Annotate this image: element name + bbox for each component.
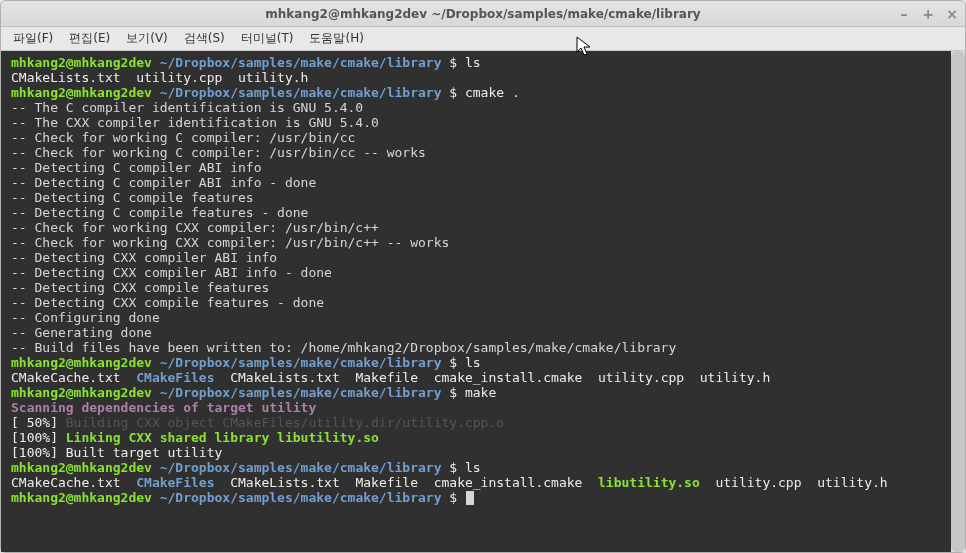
menu-help[interactable]: 도움말(H) (303, 28, 369, 49)
cmake-line: -- Check for working CXX compiler: /usr/… (11, 235, 449, 250)
prompt-sep: $ (441, 460, 464, 475)
prompt-sep: $ (441, 385, 464, 400)
cmake-line: -- Configuring done (11, 310, 160, 325)
make-100a-body: Linking CXX shared library libutility.so (66, 430, 379, 445)
cmake-line: -- The CXX compiler identification is GN… (11, 115, 379, 130)
terminal-cursor (466, 491, 474, 505)
terminal-area[interactable]: mhkang2@mhkang2dev ~/Dropbox/samples/mak… (1, 51, 951, 552)
cmake-line: -- Detecting CXX compile features - done (11, 295, 324, 310)
prompt-sep: $ (441, 355, 464, 370)
terminal-area-wrap: mhkang2@mhkang2dev ~/Dropbox/samples/mak… (1, 51, 965, 552)
cmd-cmake: cmake . (465, 85, 520, 100)
cmake-line: -- Detecting C compiler ABI info (11, 160, 261, 175)
cmake-line: -- Detecting CXX compile features (11, 280, 269, 295)
cmd-make: make (465, 385, 496, 400)
prompt-path: ~/Dropbox/samples/make/cmake/library (160, 85, 442, 100)
close-button[interactable]: × (945, 7, 959, 21)
prompt-sep: $ (441, 85, 464, 100)
prompt-path: ~/Dropbox/samples/make/cmake/library (160, 55, 442, 70)
scrollbar-thumb[interactable] (951, 51, 965, 552)
menu-file[interactable]: 파일(F) (7, 28, 59, 49)
window-title: mhkang2@mhkang2dev ~/Dropbox/samples/mak… (265, 7, 700, 21)
ls3-pre: CMakeCache.txt (11, 475, 136, 490)
maximize-button[interactable]: + (921, 7, 935, 21)
terminal-window: mhkang2@mhkang2dev ~/Dropbox/samples/mak… (0, 0, 966, 553)
menubar: 파일(F) 편집(E) 보기(V) 검색(S) 터미널(T) 도움말(H) (1, 27, 965, 51)
ls3-dir: CMakeFiles (136, 475, 214, 490)
prompt-user: mhkang2@mhkang2dev (11, 460, 152, 475)
prompt-path: ~/Dropbox/samples/make/cmake/library (160, 460, 442, 475)
prompt-user: mhkang2@mhkang2dev (11, 385, 152, 400)
make-100b: [100%] Built target utility (11, 445, 222, 460)
menu-terminal[interactable]: 터미널(T) (235, 28, 300, 49)
cmake-line: -- Check for working CXX compiler: /usr/… (11, 220, 379, 235)
make-50-pfx: [ 50%] (11, 415, 66, 430)
prompt-path: ~/Dropbox/samples/make/cmake/library (160, 490, 442, 505)
ls3-post: utility.cpp utility.h (700, 475, 888, 490)
ls3-mid: CMakeLists.txt Makefile cmake_install.cm… (215, 475, 599, 490)
cmake-line: -- Check for working C compiler: /usr/bi… (11, 130, 355, 145)
menu-view[interactable]: 보기(V) (120, 28, 174, 49)
cmake-line: -- Detecting C compiler ABI info - done (11, 175, 316, 190)
cmd-ls2: ls (465, 355, 481, 370)
cmake-line: -- Check for working C compiler: /usr/bi… (11, 145, 426, 160)
ls2-pre: CMakeCache.txt (11, 370, 136, 385)
cmake-line: -- Build files have been written to: /ho… (11, 340, 676, 355)
menu-search[interactable]: 검색(S) (178, 28, 231, 49)
cmake-line: -- Detecting C compile features - done (11, 205, 308, 220)
prompt-path: ~/Dropbox/samples/make/cmake/library (160, 385, 442, 400)
prompt-user: mhkang2@mhkang2dev (11, 85, 152, 100)
ls1-output: CMakeLists.txt utility.cpp utility.h (11, 70, 308, 85)
ls2-dir: CMakeFiles (136, 370, 214, 385)
cmake-line: -- The C compiler identification is GNU … (11, 100, 363, 115)
prompt-sep: $ (441, 55, 464, 70)
ls2-post: CMakeLists.txt Makefile cmake_install.cm… (215, 370, 771, 385)
make-100a-pfx: [100%] (11, 430, 66, 445)
prompt-user: mhkang2@mhkang2dev (11, 490, 152, 505)
make-scan: Scanning dependencies of target utility (11, 400, 316, 415)
cmake-line: -- Detecting CXX compiler ABI info (11, 250, 277, 265)
window-controls: – + × (897, 1, 959, 27)
cmd-ls1: ls (465, 55, 481, 70)
menu-edit[interactable]: 편집(E) (63, 28, 116, 49)
scrollbar[interactable] (951, 51, 965, 552)
cmake-line: -- Detecting C compile features (11, 190, 254, 205)
prompt-path: ~/Dropbox/samples/make/cmake/library (160, 355, 442, 370)
ls3-lib: libutility.so (598, 475, 700, 490)
prompt-user: mhkang2@mhkang2dev (11, 55, 152, 70)
prompt-user: mhkang2@mhkang2dev (11, 355, 152, 370)
cmake-line: -- Generating done (11, 325, 152, 340)
cmake-line: -- Detecting CXX compiler ABI info - don… (11, 265, 332, 280)
make-50-body: Building CXX object CMakeFiles/utility.d… (66, 415, 504, 430)
titlebar[interactable]: mhkang2@mhkang2dev ~/Dropbox/samples/mak… (1, 1, 965, 27)
cmd-ls3: ls (465, 460, 481, 475)
prompt-sep: $ (441, 490, 464, 505)
minimize-button[interactable]: – (897, 7, 911, 21)
